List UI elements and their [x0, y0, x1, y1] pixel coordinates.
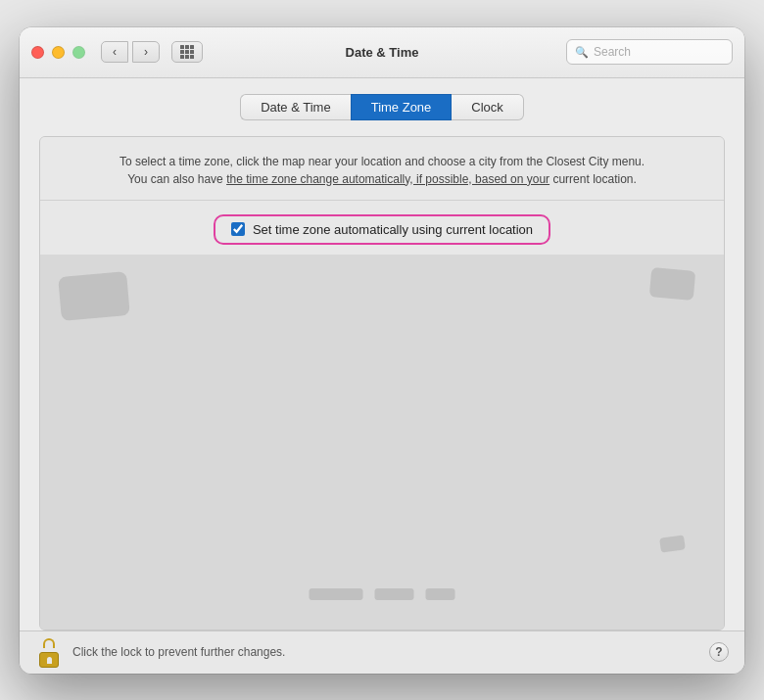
titlebar: ‹ › Date & Time 🔍 Search [20, 27, 744, 78]
tab-date-time[interactable]: Date & Time [240, 94, 351, 120]
grid-view-button[interactable] [171, 41, 203, 63]
main-content: Date & Time Time Zone Clock To select a … [20, 78, 744, 630]
auto-timezone-label: Set time zone automatically using curren… [253, 222, 533, 237]
description-link: the time zone change automatically, if p… [226, 172, 549, 186]
checkbox-row: Set time zone automatically using curren… [40, 201, 724, 255]
search-placeholder: Search [594, 45, 631, 59]
help-button[interactable]: ? [709, 642, 729, 662]
window-title: Date & Time [346, 45, 419, 60]
lock-keyhole [47, 657, 52, 664]
map-description: To select a time zone, click the map nea… [40, 137, 724, 201]
map-landmass-2 [649, 267, 695, 301]
bottom-bar: Click the lock to prevent further change… [20, 630, 744, 674]
tab-bar: Date & Time Time Zone Clock [39, 94, 725, 120]
description-line2: You can also have the time zone change a… [79, 170, 685, 188]
nav-buttons: ‹ › [101, 41, 160, 63]
lock-body [39, 652, 59, 668]
system-preferences-window: ‹ › Date & Time 🔍 Search Date & Time Tim… [20, 27, 744, 674]
map-landmass-1 [58, 271, 130, 321]
map-labels [310, 588, 455, 600]
lock-icon[interactable] [35, 636, 63, 668]
map-label-3 [426, 588, 455, 600]
traffic-lights [31, 46, 85, 59]
maximize-button[interactable] [72, 46, 85, 59]
close-button[interactable] [31, 46, 44, 59]
tab-clock[interactable]: Clock [452, 94, 524, 120]
map-area[interactable] [40, 255, 724, 630]
minimize-button[interactable] [52, 46, 65, 59]
search-box[interactable]: 🔍 Search [566, 39, 733, 65]
lock-shackle [43, 638, 55, 648]
map-landmass-3 [659, 535, 686, 552]
description-line1: To select a time zone, click the map nea… [79, 153, 685, 170]
auto-timezone-checkbox[interactable] [231, 222, 245, 236]
auto-timezone-highlight: Set time zone automatically using curren… [214, 214, 550, 245]
back-button[interactable]: ‹ [101, 41, 128, 63]
forward-button[interactable]: › [132, 41, 160, 63]
tab-time-zone[interactable]: Time Zone [351, 94, 453, 120]
map-label-1 [310, 588, 363, 600]
map-label-2 [375, 588, 414, 600]
grid-icon [180, 45, 194, 59]
lock-label: Click the lock to prevent further change… [72, 645, 699, 659]
map-panel: To select a time zone, click the map nea… [39, 136, 725, 630]
search-icon: 🔍 [575, 46, 589, 59]
